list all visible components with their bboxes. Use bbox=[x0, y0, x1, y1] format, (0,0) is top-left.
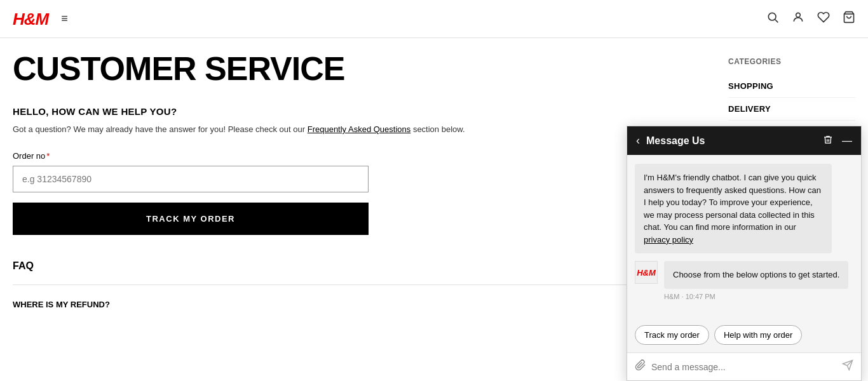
help-text-prefix: Got a question? We may already have the … bbox=[13, 124, 308, 134]
wishlist-icon[interactable] bbox=[817, 11, 830, 27]
order-input[interactable] bbox=[13, 166, 369, 192]
chat-header-icons: — bbox=[823, 135, 852, 147]
account-icon[interactable] bbox=[792, 11, 804, 27]
chat-title: Message Us bbox=[646, 135, 817, 147]
faq-item-refund[interactable]: WHERE IS MY REFUND? + bbox=[13, 284, 703, 324]
svg-line-1 bbox=[775, 20, 778, 23]
page-title: CUSTOMER SERVICE bbox=[13, 51, 703, 87]
order-label: Order no * bbox=[13, 151, 703, 161]
hello-heading: HELLO, HOW CAN WE HELP YOU? bbox=[13, 106, 703, 117]
faq-question: WHERE IS MY REFUND? bbox=[13, 300, 110, 309]
chat-body: I'm H&M's friendly chatbot. I can give y… bbox=[627, 155, 861, 320]
faq-section: FAQ WHERE IS MY REFUND? + bbox=[13, 260, 703, 324]
category-delivery[interactable]: DELIVERY bbox=[728, 98, 855, 121]
quick-reply-track-order[interactable]: Track my order bbox=[635, 325, 709, 337]
hm-logo[interactable]: H&M bbox=[13, 11, 48, 27]
chat-minimize-button[interactable]: — bbox=[842, 135, 852, 147]
chat-back-button[interactable]: ‹ bbox=[636, 134, 640, 147]
track-order-button[interactable]: TRACK MY ORDER bbox=[13, 203, 369, 235]
categories-label: CATEGORIES bbox=[728, 57, 855, 66]
chat-hm-message: Choose from the below options to get sta… bbox=[664, 261, 848, 289]
faq-link[interactable]: Frequently Asked Questions bbox=[308, 124, 411, 134]
menu-icon[interactable]: ≡ bbox=[61, 12, 68, 25]
svg-point-0 bbox=[768, 13, 776, 20]
chat-header: ‹ Message Us — bbox=[627, 126, 861, 155]
help-text-suffix: section below. bbox=[410, 124, 465, 134]
svg-point-2 bbox=[796, 13, 801, 17]
quick-reply-help-order[interactable]: Help with my order bbox=[714, 325, 802, 337]
chat-hm-logo-box: H&M bbox=[635, 261, 658, 284]
chat-widget: ‹ Message Us — I'm H&M's friendly chatbo… bbox=[627, 126, 862, 337]
bot-message-text: I'm H&M's friendly chatbot. I can give y… bbox=[644, 173, 821, 232]
privacy-policy-link[interactable]: privacy policy bbox=[644, 235, 693, 244]
chat-hm-row: H&M Choose from the below options to get… bbox=[635, 261, 853, 300]
chat-timestamp: H&M · 10:47 PM bbox=[664, 293, 848, 300]
help-text: Got a question? We may already have the … bbox=[13, 123, 703, 136]
chat-delete-button[interactable] bbox=[823, 135, 833, 147]
chat-hm-logo: H&M bbox=[637, 268, 656, 277]
left-content: CUSTOMER SERVICE HELLO, HOW CAN WE HELP … bbox=[13, 51, 728, 324]
required-star: * bbox=[46, 151, 50, 161]
header-icons bbox=[766, 11, 855, 27]
category-shopping[interactable]: SHOPPING bbox=[728, 75, 855, 98]
search-icon[interactable] bbox=[766, 11, 779, 27]
header-left: H&M ≡ bbox=[13, 11, 68, 27]
faq-heading: FAQ bbox=[13, 260, 703, 272]
cart-icon[interactable] bbox=[843, 11, 855, 27]
chat-hm-message-wrap: Choose from the below options to get sta… bbox=[664, 261, 848, 300]
chat-quick-replies: Track my order Help with my order bbox=[627, 320, 861, 337]
header: H&M ≡ bbox=[0, 0, 868, 38]
chat-bot-message: I'm H&M's friendly chatbot. I can give y… bbox=[635, 164, 832, 253]
